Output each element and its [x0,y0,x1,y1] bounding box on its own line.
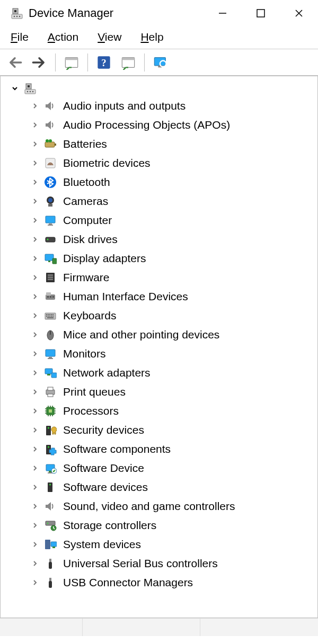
tree-category-row[interactable]: Network adapters [1,363,317,382]
minimize-button[interactable] [204,0,242,26]
monitor-icon [43,346,58,361]
toolbar-forward-button[interactable] [29,53,50,71]
category-label: Software Device [63,462,144,475]
expand-arrow-icon[interactable] [30,330,40,339]
expand-arrow-icon[interactable] [30,196,40,206]
toolbar-properties-button[interactable] [150,53,171,71]
tree-category-row[interactable]: Firmware [1,268,317,287]
maximize-button[interactable] [242,0,280,26]
display-adapter-icon [43,251,58,266]
expand-arrow-icon[interactable] [30,368,40,378]
category-label: Keyboards [63,309,116,322]
category-label: Monitors [63,347,106,360]
expand-arrow-icon[interactable] [30,463,40,473]
category-label: Mice and other pointing devices [63,328,219,341]
tree-category-row[interactable]: System devices [1,535,317,554]
security-icon [43,423,58,437]
tree-category-row[interactable]: Processors [1,401,317,421]
computer-icon [43,213,58,228]
expand-arrow-icon[interactable] [30,292,40,301]
expand-arrow-icon[interactable] [30,540,40,549]
tree-category-row[interactable]: Universal Serial Bus controllers [1,554,317,573]
tree-category-row[interactable]: Cameras [1,192,317,211]
category-label: Disk drives [63,233,118,246]
category-label: Storage controllers [63,519,156,532]
device-tree[interactable]: Audio inputs and outputsAudio Processing… [1,76,317,603]
expand-arrow-icon[interactable] [30,235,40,244]
expand-arrow-icon[interactable] [10,84,20,93]
expand-arrow-icon[interactable] [30,425,40,435]
biometric-icon [43,156,58,171]
tree-category-row[interactable]: Keyboards [1,306,317,325]
menu-view[interactable]: View [98,31,121,43]
expand-arrow-icon[interactable] [30,273,40,282]
expand-arrow-icon[interactable] [30,406,40,416]
category-label: Display adapters [63,252,146,265]
audio-icon [43,118,58,132]
expand-arrow-icon[interactable] [30,101,40,111]
battery-icon [43,137,58,151]
status-cell [83,619,200,636]
audio-icon [43,99,58,113]
tree-category-row[interactable]: Disk drives [1,230,317,249]
tree-category-row[interactable]: Software Device [1,459,317,478]
expand-arrow-icon[interactable] [30,482,40,492]
tree-category-row[interactable]: Human Interface Devices [1,287,317,306]
expand-arrow-icon[interactable] [30,216,40,225]
svg-rect-83 [257,10,264,17]
tree-category-row[interactable]: Audio Processing Objects (APOs) [1,115,317,135]
usb-connector-icon [43,575,58,590]
expand-arrow-icon[interactable] [30,139,40,149]
expand-arrow-icon[interactable] [30,254,40,263]
expand-arrow-icon[interactable] [30,387,40,397]
tree-category-row[interactable]: Bluetooth [1,173,317,192]
tree-category-row[interactable]: Audio inputs and outputs [1,96,317,115]
category-label: Firmware [63,271,110,284]
expand-arrow-icon[interactable] [30,349,40,359]
tree-category-row[interactable]: Display adapters [1,249,317,268]
svg-point-87 [27,91,29,93]
category-label: Audio Processing Objects (APOs) [63,119,230,131]
category-label: Security devices [63,424,144,436]
app-icon [11,7,23,20]
category-label: Computer [63,214,112,227]
tree-category-row[interactable]: Print queues [1,382,317,401]
category-label: Human Interface Devices [63,290,188,303]
category-label: Print queues [63,386,126,398]
tree-category-row[interactable]: Batteries [1,135,317,154]
tree-category-row[interactable]: Computer [1,211,317,230]
tree-category-row[interactable]: Software devices [1,478,317,497]
expand-arrow-icon[interactable] [30,120,40,130]
hid-icon [43,289,58,304]
tree-category-row[interactable]: Sound, video and game controllers [1,497,317,516]
tree-category-row[interactable]: USB Connector Managers [1,573,317,592]
toolbar-show-hidden-button[interactable] [61,53,82,71]
expand-arrow-icon[interactable] [30,311,40,320]
tree-category-row[interactable]: Mice and other pointing devices [1,325,317,344]
expand-arrow-icon[interactable] [30,559,40,568]
toolbar-back-button[interactable] [4,53,25,71]
toolbar-separator [55,53,56,71]
expand-arrow-icon[interactable] [30,521,40,530]
tree-category-row[interactable]: Software components [1,440,317,459]
menu-help[interactable]: Help [140,31,163,43]
toolbar-help-button[interactable] [93,53,114,71]
toolbar-scan-button[interactable] [118,53,139,71]
expand-arrow-icon[interactable] [30,177,40,187]
tree-category-row[interactable]: Storage controllers [1,516,317,535]
close-button[interactable] [280,0,318,26]
menu-file[interactable]: File [11,31,29,43]
mouse-icon [43,327,58,342]
expand-arrow-icon[interactable] [30,578,40,587]
tree-root-computer[interactable] [1,80,317,96]
category-label: Universal Serial Bus controllers [63,557,218,570]
sound-icon [43,499,58,514]
camera-icon [43,194,58,209]
expand-arrow-icon[interactable] [30,158,40,168]
expand-arrow-icon[interactable] [30,502,40,511]
tree-category-row[interactable]: Monitors [1,344,317,363]
tree-category-row[interactable]: Biometric devices [1,154,317,173]
expand-arrow-icon[interactable] [30,444,40,454]
menu-action[interactable]: Action [48,31,78,43]
tree-category-row[interactable]: Security devices [1,421,317,440]
